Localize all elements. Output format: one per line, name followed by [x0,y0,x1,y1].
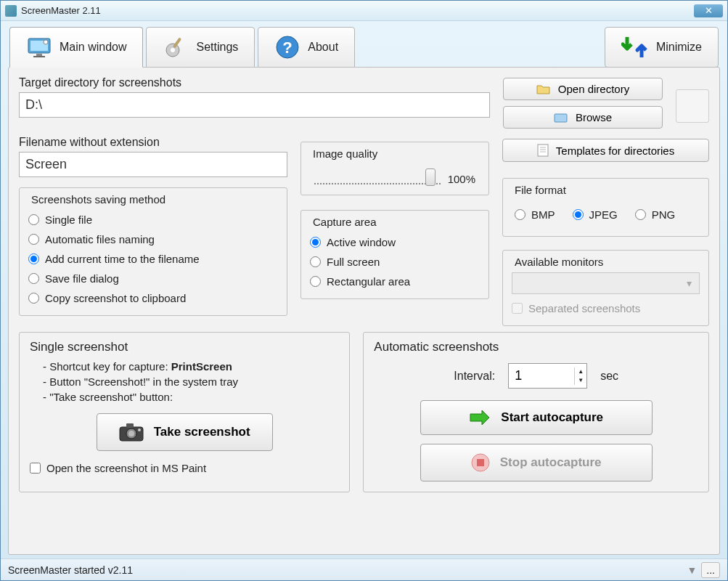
take-screenshot-button[interactable]: Take screenshot [97,413,273,451]
hint-tray: - Button "Screenshot!" in the system tra… [30,374,339,389]
radio-save-dialog[interactable]: Save file dialog [28,269,278,288]
titlebar: ScreenMaster 2.11 ✕ [1,1,727,21]
monitors-legend: Available monitors [512,256,606,268]
start-autocapture-button[interactable]: Start autocapture [420,400,653,435]
open-directory-button[interactable]: Open directory [503,78,663,100]
tab-label: Main window [60,41,126,54]
statusbar: ScreenMaster started v2.11 ▼ ... [1,558,727,580]
status-more-button[interactable]: ... [701,562,720,578]
check-separated: Separated screenshots [512,298,700,318]
radio-png[interactable]: PNG [635,205,676,224]
minimize-button[interactable]: Minimize [605,27,719,68]
folder-icon [554,112,568,123]
monitors-dropdown[interactable]: ▾ [512,272,700,294]
tab-label: About [308,41,338,54]
hint-shortcut: - Shortcut key for capture: PrintScreen [30,359,339,374]
svg-rect-21 [477,459,484,466]
svg-point-18 [128,431,134,436]
play-arrow-icon [469,410,491,426]
saving-method-fieldset: Screenshots saving method Single file Au… [19,187,287,316]
radio-add-time[interactable]: Add current time to the filename [28,249,278,269]
button-label: Browse [576,111,612,123]
svg-point-19 [138,428,141,431]
tab-main-window[interactable]: Main window [9,27,143,68]
minimize-label: Minimize [656,41,702,54]
radio-copy-clipboard[interactable]: Copy screenshot to clipboard [28,288,278,308]
close-icon[interactable]: ✕ [694,4,723,17]
hint-take-btn: - "Take screenshot" button: [30,389,339,405]
single-screenshot-box: Single screenshot - Shortcut key for cap… [19,332,350,492]
image-quality-fieldset: Image quality 100% [300,142,489,195]
image-quality-label: Image quality [310,147,380,160]
svg-point-6 [171,48,175,52]
window-title: ScreenMaster 2.11 [21,5,101,16]
target-dir-label: Target directory for screenshots [19,76,490,89]
check-open-paint[interactable]: Open the screenshot in MS Paint [30,458,339,478]
preview-square [676,89,709,123]
button-label: Start autocapture [501,410,603,425]
saving-method-legend: Screenshots saving method [28,193,168,206]
radio-single-file[interactable]: Single file [28,210,278,229]
stop-autocapture-button: Stop autocapture [420,444,653,482]
app-window: ScreenMaster 2.11 ✕ Main window Settings… [0,0,728,581]
quality-value: 100% [448,173,475,185]
status-text: ScreenMaster started v2.11 [8,564,133,576]
tabbar: Main window Settings ? About Minimize [8,27,720,68]
svg-rect-16 [126,423,134,428]
single-title: Single screenshot [30,340,339,354]
camera-icon [119,423,144,442]
tab-about[interactable]: ? About [258,27,355,68]
monitor-icon [26,34,52,60]
radio-jpeg[interactable]: JPEG [573,205,618,224]
tab-settings[interactable]: Settings [146,27,255,68]
templates-button[interactable]: Templates for directories [502,139,709,162]
button-label: Templates for directories [556,145,674,157]
svg-rect-2 [36,54,42,56]
document-icon [537,144,549,157]
capture-area-legend: Capture area [310,216,380,228]
status-dropdown-icon[interactable]: ▼ [687,564,697,576]
button-label: Stop autocapture [500,455,602,470]
shortcut-key: PrintScreen [171,360,232,373]
tab-label: Settings [196,41,238,54]
auto-title: Automatic screenshots [374,340,698,354]
browse-button[interactable]: Browse [503,106,663,129]
file-format-fieldset: File format BMP JPEG PNG [502,178,709,237]
radio-full-screen[interactable]: Full screen [310,252,480,272]
interval-spinner[interactable]: ▲ ▼ [508,363,587,389]
radio-active-window[interactable]: Active window [310,232,480,252]
auto-screenshots-box: Automatic screenshots Interval: ▲ ▼ sec [363,332,709,492]
svg-text:?: ? [283,38,293,57]
quality-slider[interactable] [314,170,441,187]
spinner-down-icon[interactable]: ▼ [575,376,586,385]
filename-label: Filename without extension [19,136,287,149]
file-format-legend: File format [512,184,569,196]
minimize-arrows-icon [621,34,647,60]
target-dir-input[interactable] [19,92,490,118]
svg-rect-3 [33,56,45,57]
stop-icon [471,453,490,472]
gear-icon [163,34,189,60]
chevron-down-icon: ▾ [687,277,692,289]
content-area: Main window Settings ? About Minimize [1,21,727,558]
main-panel: Target directory for screenshots Open di… [8,67,720,555]
spinner-up-icon[interactable]: ▲ [575,367,586,376]
slider-thumb-icon[interactable] [425,168,435,186]
interval-input[interactable] [509,364,574,388]
radio-auto-naming[interactable]: Automatic files naming [28,229,278,249]
radio-rectangular[interactable]: Rectangular area [310,272,480,291]
app-icon [5,5,17,17]
capture-area-fieldset: Capture area Active window Full screen R… [300,210,489,299]
filename-input[interactable] [19,152,287,177]
svg-rect-10 [555,114,567,122]
radio-bmp[interactable]: BMP [515,205,555,224]
svg-rect-11 [538,145,548,156]
svg-point-4 [44,40,48,44]
interval-label: Interval: [454,370,495,383]
button-label: Take screenshot [154,425,250,439]
button-label: Open directory [558,83,629,95]
monitors-fieldset: Available monitors ▾ Separated screensho… [502,250,709,326]
folder-open-icon [536,84,551,95]
help-icon: ? [274,34,300,60]
interval-unit: sec [600,370,618,383]
